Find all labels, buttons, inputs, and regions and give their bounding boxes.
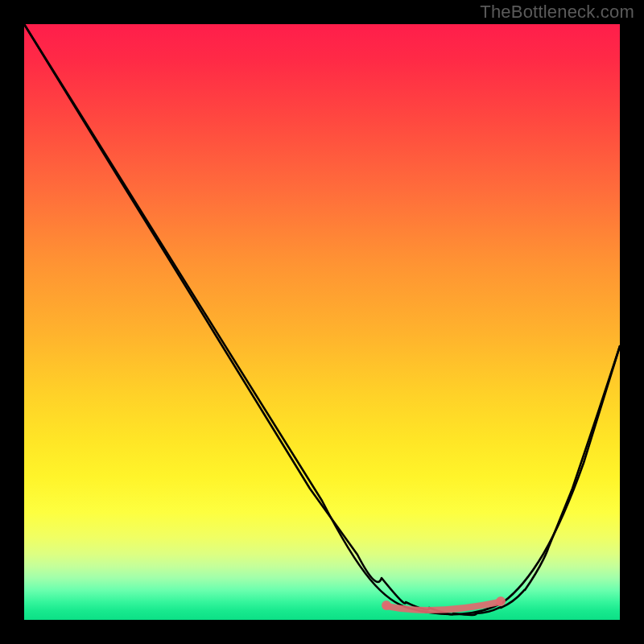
bottleneck-curve	[24, 24, 620, 620]
watermark-text: TheBottleneck.com	[480, 2, 634, 23]
optimal-range-start-dot	[382, 601, 391, 610]
chart-frame: TheBottleneck.com	[0, 0, 644, 644]
curve-path-render	[24, 24, 620, 614]
plot-area	[24, 24, 620, 620]
curve-path	[24, 24, 620, 615]
optimal-range-end-dot	[496, 597, 506, 606]
